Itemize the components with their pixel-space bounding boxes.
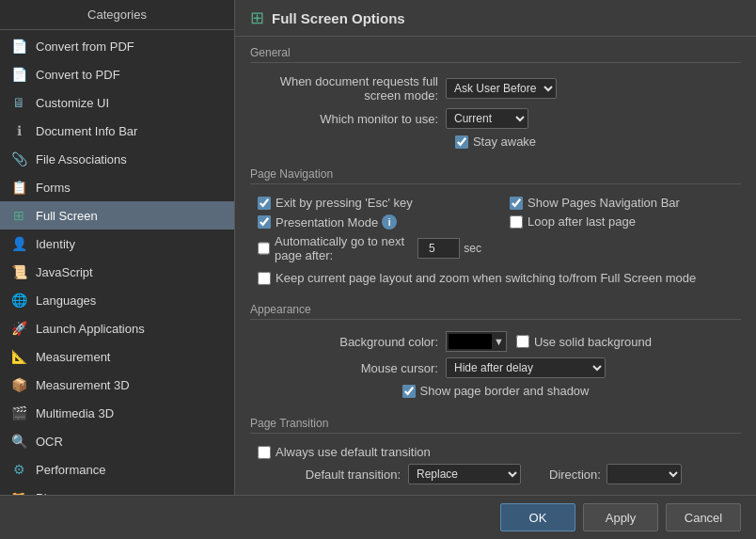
sidebar-item-places[interactable]: 📂 Places [0, 484, 234, 495]
mouse-cursor-select[interactable]: Hide after delay Always visible Always h… [446, 357, 606, 378]
sidebar-item-identity[interactable]: 👤 Identity [0, 230, 234, 258]
cancel-button[interactable]: Cancel [666, 503, 741, 531]
auto-next-checkbox[interactable] [258, 242, 270, 255]
file-associations-icon: 📎 [9, 150, 28, 168]
direction-select[interactable] [606, 464, 682, 484]
apply-button[interactable]: Apply [583, 503, 658, 531]
ok-button[interactable]: OK [500, 503, 575, 531]
right-panel-content: General When document requests fullscree… [235, 37, 756, 495]
exit-by-pressing-row: Exit by pressing 'Esc' key [258, 196, 481, 210]
presentation-mode-info-icon[interactable]: i [382, 214, 397, 230]
sidebar-item-ocr[interactable]: 🔍 OCR [0, 427, 234, 455]
right-panel-header: ⊞ Full Screen Options [235, 0, 756, 37]
sidebar-item-languages[interactable]: 🌐 Languages [0, 286, 234, 314]
performance-icon: ⚙ [9, 460, 28, 479]
default-transition-select[interactable]: Replace Blinds Box Comb Dissolve Fade [408, 464, 521, 484]
sidebar-item-javascript[interactable]: 📜 JavaScript [0, 258, 234, 286]
languages-icon: 🌐 [9, 291, 28, 309]
convert-from-pdf-icon: 📄 [9, 37, 28, 55]
sidebar-item-forms[interactable]: 📋 Forms [0, 173, 234, 201]
right-panel: ⊞ Full Screen Options General When docum… [235, 0, 756, 495]
always-default-checkbox[interactable] [258, 446, 271, 459]
fullscreen-request-select[interactable]: Ask User Before Always Allow Never Allow [446, 78, 557, 99]
appearance-section: Appearance Background color: ▼ Use solid… [250, 303, 741, 407]
sidebar-item-label: Languages [36, 293, 96, 308]
sidebar-item-label: Full Screen [36, 209, 98, 223]
presentation-mode-checkbox[interactable] [258, 215, 271, 229]
document-info-bar-icon: ℹ [9, 121, 28, 140]
show-border-row: Show page border and shadow [258, 384, 733, 398]
sidebar-item-label: Measurement [36, 350, 110, 364]
sidebar-item-full-screen[interactable]: ⊞ Full Screen [0, 201, 234, 230]
dialog: Categories 📄 Convert from PDF 📄 Convert … [0, 0, 756, 539]
keep-layout-checkbox[interactable] [258, 272, 271, 285]
measurement-3d-icon: 📦 [9, 375, 28, 394]
default-transition-label: Default transition: [258, 468, 408, 482]
sidebar-item-multimedia-3d[interactable]: 🎬 Multimedia 3D [0, 399, 234, 427]
forms-icon: 📋 [9, 178, 28, 197]
page-navigation-header: Page Navigation [250, 167, 741, 184]
sidebar-item-label: JavaScript [36, 265, 93, 279]
sidebar-item-label: OCR [36, 435, 63, 449]
categories-list: 📄 Convert from PDF 📄 Convert to PDF 🖥 Cu… [0, 30, 234, 495]
presentation-mode-row: Presentation Mode i [258, 214, 481, 230]
mouse-cursor-row: Mouse cursor: Hide after delay Always vi… [258, 357, 733, 378]
sidebar-item-performance[interactable]: ⚙ Performance [0, 455, 234, 484]
show-pages-nav-row: Show Pages Navigation Bar [510, 196, 733, 210]
appearance-header: Appearance [250, 303, 741, 320]
auto-next-row: Automatically go to next page after: sec [258, 234, 481, 262]
page-navigation-section: Page Navigation Exit by pressing 'Esc' k… [250, 167, 741, 293]
sidebar-item-label: Launch Applications [36, 322, 145, 336]
always-default-label: Always use default transition [276, 445, 431, 459]
show-border-label: Show page border and shadow [420, 384, 590, 398]
exit-by-pressing-label: Exit by pressing 'Esc' key [276, 196, 413, 210]
identity-icon: 👤 [9, 234, 28, 253]
multimedia-3d-icon: 🎬 [9, 404, 28, 422]
sidebar-item-file-associations[interactable]: 📎 File Associations [0, 145, 234, 173]
launch-applications-icon: 🚀 [9, 319, 28, 338]
monitor-select[interactable]: Current Primary Secondary [446, 108, 528, 129]
exit-by-pressing-checkbox[interactable] [258, 197, 271, 210]
auto-next-label: Automatically go to next page after: [275, 234, 412, 262]
categories-title: Categories [0, 0, 234, 30]
page-navigation-content: Exit by pressing 'Esc' key Presentation … [250, 192, 741, 293]
monitor-row: Which monitor to use: Current Primary Se… [258, 108, 733, 129]
loop-after-row: Loop after last page [510, 214, 733, 229]
mouse-cursor-label: Mouse cursor: [258, 361, 446, 375]
page-nav-right-col: Show Pages Navigation Bar Loop after las… [510, 196, 733, 267]
general-section: General When document requests fullscree… [250, 46, 741, 158]
sidebar-item-label: Multimedia 3D [36, 406, 114, 420]
default-transition-row: Default transition: Replace Blinds Box C… [258, 464, 733, 484]
fullscreen-request-row: When document requests fullscreen mode: … [258, 74, 733, 103]
use-solid-bg-checkbox[interactable] [516, 335, 529, 348]
show-border-checkbox[interactable] [402, 385, 416, 398]
general-section-content: When document requests fullscreen mode: … [250, 71, 741, 158]
page-transition-header: Page Transition [250, 417, 741, 434]
dialog-footer: OK Apply Cancel [0, 495, 756, 539]
keep-layout-row: Keep current page layout and zoom when s… [258, 271, 733, 285]
stay-awake-row: Stay awake [258, 135, 733, 149]
sidebar-item-label: Forms [36, 181, 71, 195]
sidebar-item-label: Convert to PDF [36, 68, 120, 82]
sidebar-item-convert-from-pdf[interactable]: 📄 Convert from PDF [0, 32, 234, 60]
loop-after-checkbox[interactable] [510, 215, 523, 229]
sidebar-item-label: Identity [36, 237, 75, 251]
sidebar-item-measurement[interactable]: 📐 Measurement [0, 342, 234, 371]
sidebar-item-document-info-bar[interactable]: ℹ Document Info Bar [0, 117, 234, 145]
bg-color-swatch [449, 334, 492, 349]
auto-next-number-input[interactable] [417, 238, 460, 259]
stay-awake-checkbox[interactable] [455, 135, 468, 149]
sidebar-item-label: Convert from PDF [36, 40, 134, 54]
bg-color-dropdown-arrow: ▼ [494, 336, 504, 347]
sidebar-item-customize-ui[interactable]: 🖥 Customize UI [0, 88, 234, 117]
sidebar-item-convert-to-pdf[interactable]: 📄 Convert to PDF [0, 60, 234, 88]
page-nav-left-col: Exit by pressing 'Esc' key Presentation … [258, 196, 481, 267]
sidebar-item-launch-applications[interactable]: 🚀 Launch Applications [0, 314, 234, 342]
customize-ui-icon: 🖥 [9, 93, 28, 112]
always-default-row: Always use default transition [258, 445, 733, 459]
sidebar-item-measurement-3d[interactable]: 📦 Measurement 3D [0, 371, 234, 399]
show-pages-nav-checkbox[interactable] [510, 197, 523, 210]
bg-color-picker[interactable]: ▼ [446, 331, 507, 352]
full-screen-icon: ⊞ [9, 206, 28, 225]
sidebar-item-label: Measurement 3D [36, 378, 130, 392]
